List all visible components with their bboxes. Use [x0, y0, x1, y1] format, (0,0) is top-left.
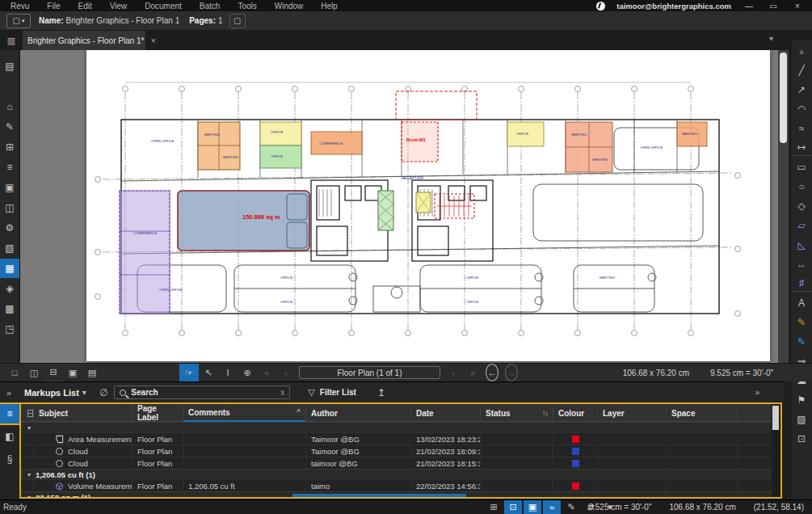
scrollbar-thumb[interactable] [772, 406, 779, 430]
select-text-icon[interactable]: I [218, 364, 238, 381]
table-row[interactable]: Volume Measurement Floor Plan 1,206.05 c… [21, 479, 780, 491]
document-area[interactable]: OPEN OFFICE OPEN OFFICE OPEN OFFICE RECE… [20, 50, 778, 363]
menu-item[interactable]: Help [321, 2, 338, 11]
polygon-tool-icon[interactable]: ◇ [792, 197, 811, 214]
panels-icon[interactable]: ▥ [3, 34, 19, 47]
column-date[interactable]: Date [411, 404, 481, 422]
hide-markups-icon[interactable]: ∅ [99, 387, 107, 398]
column-author[interactable]: Author [306, 404, 411, 422]
textbox-tool-icon[interactable]: A [792, 294, 811, 311]
chevron-down-icon[interactable]: ▾ [27, 471, 31, 478]
back-view-icon[interactable]: ← [486, 364, 499, 381]
new-page-button[interactable]: ▢ [229, 14, 246, 28]
maximize-button[interactable]: ▭ [767, 2, 780, 11]
extract-pages-icon[interactable]: ▤ [82, 364, 102, 381]
markup-reuse-icon[interactable]: ✎ [562, 500, 580, 514]
markup-forms-icon[interactable]: ▧ [0, 238, 19, 258]
chevron-down-icon[interactable]: ▾ [82, 388, 86, 397]
snap-to-content-icon[interactable]: ▣ [524, 500, 541, 514]
select-tool-icon[interactable]: ↖ [199, 364, 218, 381]
table-row[interactable]: Cloud Floor Plan taimoor @BG 21/02/2023 … [21, 457, 780, 469]
stamp-tool-icon[interactable]: ⚑ [792, 391, 811, 408]
page-navigation-field[interactable]: Floor Plan (1 of 1) [299, 366, 440, 379]
import-pages-icon[interactable]: ▣ [63, 364, 82, 381]
snap-to-grid-icon[interactable]: ⊡ [504, 500, 522, 514]
filter-sliders-icon[interactable]: ↑↓ [542, 409, 548, 417]
tool-chest-icon[interactable]: ▦ [0, 259, 19, 278]
document-scrollbar[interactable] [778, 50, 789, 363]
chevron-down-icon[interactable]: ▾ [27, 424, 31, 432]
colour-swatch[interactable] [572, 436, 579, 443]
last-page-icon[interactable]: » [463, 364, 482, 381]
minimize-button[interactable]: — [743, 2, 755, 11]
status-scale[interactable]: 9.525 cm = 30'-0" [588, 503, 651, 512]
colour-swatch[interactable] [572, 482, 579, 490]
pan-tool-icon[interactable]: ☞ [179, 364, 199, 381]
select-all-checkbox[interactable]: − [21, 404, 34, 422]
thumbnails-icon[interactable]: ⊞ [0, 137, 19, 157]
snapshot-tool-icon[interactable]: ⊡ [792, 430, 811, 447]
menu-item[interactable]: File [47, 2, 60, 11]
chevron-down-icon[interactable]: ▾ [27, 494, 31, 499]
markups-list-title[interactable]: Markups List [24, 388, 79, 398]
tab-close-icon[interactable]: × [151, 36, 156, 45]
prev-page-icon[interactable]: ‹ [276, 364, 296, 381]
document-tab[interactable]: Brighter Graphics - Floor Plan 1* × [23, 31, 145, 50]
highlighter-tool-icon[interactable]: ✎ [792, 314, 811, 331]
column-space[interactable]: Space [667, 404, 738, 422]
spaces-icon[interactable]: ▩ [0, 299, 19, 318]
pdf-page[interactable]: OPEN OFFICE OPEN OFFICE OPEN OFFICE RECE… [86, 50, 770, 361]
column-subject[interactable]: Subject [34, 404, 133, 422]
menu-item[interactable]: Batch [200, 2, 221, 11]
flag-icon[interactable]: ⌂ [0, 97, 19, 116]
line-tool-icon[interactable]: ╱ [792, 61, 811, 78]
dimension-tool-icon[interactable]: ↦ [792, 139, 811, 156]
column-colour[interactable]: Colour [553, 404, 598, 422]
polyline-tool-icon[interactable]: ≈ [792, 120, 811, 137]
file-access-icon[interactable]: ▤ [0, 57, 19, 76]
column-status[interactable]: Status↑↓ [481, 404, 553, 422]
markups-list-panel-icon[interactable]: ≡ [0, 404, 19, 423]
snap-to-markups-icon[interactable]: ≈ [543, 500, 561, 514]
split-vertical-icon[interactable]: ◫ [24, 364, 44, 381]
grid-icon[interactable]: ⊞ [485, 500, 503, 514]
clear-search-icon[interactable]: x [280, 388, 284, 397]
group-row[interactable]: ▾ 1,206.05 cu ft (1) [21, 469, 780, 479]
settings-icon[interactable]: ⚙ [0, 218, 19, 238]
colour-swatch[interactable] [572, 460, 579, 467]
single-page-view-icon[interactable]: □ [5, 364, 24, 381]
scrollbar-thumb[interactable] [780, 53, 787, 143]
column-page-label[interactable]: Page Label [133, 404, 183, 422]
menu-item[interactable]: View [110, 2, 128, 11]
length-measure-icon[interactable]: ↔ [792, 255, 811, 272]
account-email[interactable]: taimoor@brightergraphics.com [616, 2, 731, 11]
area-measure-icon[interactable]: ▱ [792, 217, 811, 234]
first-page-icon[interactable]: « [257, 364, 276, 381]
rectangle-tool-icon[interactable]: ▭ [792, 158, 811, 175]
layers-icon[interactable]: ◈ [0, 279, 19, 298]
expand-panel-icon[interactable]: » [755, 388, 759, 397]
pen-tool-icon[interactable]: ✎ [792, 333, 811, 350]
menu-item[interactable]: Edit [78, 2, 91, 11]
count-measure-icon[interactable]: ♯ [792, 275, 811, 292]
menu-item[interactable]: Tools [238, 2, 256, 11]
ellipse-tool-icon[interactable]: ○ [792, 178, 811, 195]
tab-overflow-chevron-icon[interactable]: ▾ [769, 34, 773, 43]
table-row[interactable]: Area Measurement Floor Plan Taimoor @BG … [21, 432, 780, 444]
links-icon[interactable]: ◳ [0, 319, 19, 339]
bookmarks-icon[interactable]: ▣ [0, 178, 19, 197]
menu-item[interactable]: Window [275, 2, 304, 11]
close-button[interactable]: × [791, 2, 804, 11]
menu-item[interactable]: Revu [11, 2, 29, 11]
filter-list-button[interactable]: ▽ Filter List [308, 387, 356, 398]
zoom-tool-icon[interactable]: ⊕ [238, 364, 257, 381]
arc-tool-icon[interactable]: ◠ [792, 100, 811, 117]
stamp-approve-icon[interactable]: ✎ [0, 117, 19, 137]
file-type-dropdown[interactable]: ▢▾ [6, 14, 31, 28]
search-input[interactable]: Search x [114, 386, 290, 399]
collapse-tools-icon[interactable]: ▴ [792, 42, 811, 59]
column-layer[interactable]: Layer [598, 404, 667, 422]
model-tree-panel-icon[interactable]: ◧ [0, 427, 19, 446]
table-scrollbar[interactable] [772, 404, 780, 497]
group-row[interactable]: ▾ [21, 422, 780, 432]
